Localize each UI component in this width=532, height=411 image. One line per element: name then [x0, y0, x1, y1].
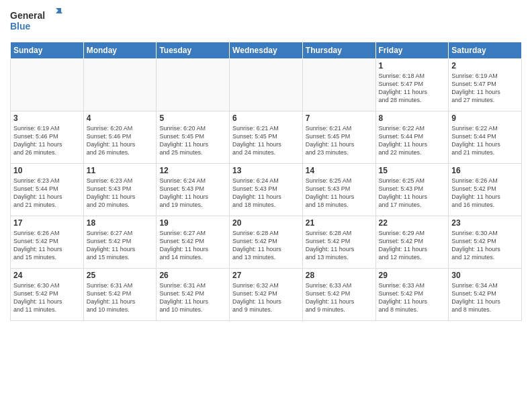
- day-number: 18: [87, 218, 154, 228]
- col-header-friday: Friday: [375, 42, 449, 59]
- svg-text:General: General: [10, 10, 45, 21]
- col-header-tuesday: Tuesday: [157, 42, 230, 59]
- day-detail: Sunrise: 6:25 AM Sunset: 5:43 PM Dayligh…: [306, 177, 373, 210]
- calendar-cell: 18Sunrise: 6:27 AM Sunset: 5:42 PM Dayli…: [83, 216, 157, 269]
- day-number: 20: [232, 218, 300, 228]
- calendar-cell: 6Sunrise: 6:21 AM Sunset: 5:45 PM Daylig…: [230, 111, 303, 164]
- calendar-table: SundayMondayTuesdayWednesdayThursdayFrid…: [10, 42, 522, 321]
- day-number: 10: [13, 166, 81, 175]
- day-number: 1: [379, 61, 446, 71]
- day-number: 11: [87, 166, 154, 175]
- day-detail: Sunrise: 6:20 AM Sunset: 5:45 PM Dayligh…: [159, 124, 226, 157]
- page-container: General Blue SundayMondayTuesdayWednesda…: [0, 0, 532, 328]
- header: General Blue: [10, 7, 522, 36]
- col-header-thursday: Thursday: [302, 42, 375, 59]
- calendar-cell: 2Sunrise: 6:19 AM Sunset: 5:47 PM Daylig…: [449, 59, 522, 111]
- day-detail: Sunrise: 6:32 AM Sunset: 5:42 PM Dayligh…: [232, 281, 300, 314]
- logo: General Blue: [10, 7, 64, 36]
- day-number: 6: [232, 113, 300, 123]
- day-number: 13: [232, 166, 300, 175]
- calendar-cell: 13Sunrise: 6:24 AM Sunset: 5:43 PM Dayli…: [230, 164, 303, 216]
- calendar-cell: 3Sunrise: 6:19 AM Sunset: 5:46 PM Daylig…: [11, 111, 84, 164]
- day-number: 21: [306, 218, 373, 228]
- day-detail: Sunrise: 6:26 AM Sunset: 5:42 PM Dayligh…: [451, 177, 519, 210]
- calendar-cell: 23Sunrise: 6:30 AM Sunset: 5:42 PM Dayli…: [449, 216, 522, 269]
- day-detail: Sunrise: 6:22 AM Sunset: 5:44 PM Dayligh…: [379, 124, 446, 157]
- calendar-cell: 21Sunrise: 6:28 AM Sunset: 5:42 PM Dayli…: [302, 216, 375, 269]
- day-detail: Sunrise: 6:18 AM Sunset: 5:47 PM Dayligh…: [379, 72, 446, 105]
- calendar-cell: [302, 59, 375, 111]
- day-detail: Sunrise: 6:26 AM Sunset: 5:42 PM Dayligh…: [13, 229, 81, 262]
- col-header-monday: Monday: [83, 42, 157, 59]
- day-detail: Sunrise: 6:31 AM Sunset: 5:42 PM Dayligh…: [87, 281, 154, 314]
- day-detail: Sunrise: 6:21 AM Sunset: 5:45 PM Dayligh…: [306, 124, 373, 157]
- day-detail: Sunrise: 6:28 AM Sunset: 5:42 PM Dayligh…: [306, 229, 373, 262]
- calendar-week-row: 17Sunrise: 6:26 AM Sunset: 5:42 PM Dayli…: [11, 216, 522, 269]
- calendar-cell: [230, 59, 303, 111]
- day-number: 7: [306, 113, 373, 123]
- calendar-cell: 20Sunrise: 6:28 AM Sunset: 5:42 PM Dayli…: [230, 216, 303, 269]
- day-detail: Sunrise: 6:19 AM Sunset: 5:47 PM Dayligh…: [451, 72, 519, 105]
- day-number: 15: [379, 166, 446, 175]
- day-number: 22: [379, 218, 446, 228]
- day-number: 14: [306, 166, 373, 175]
- day-number: 5: [159, 113, 226, 123]
- day-number: 4: [87, 113, 154, 123]
- calendar-cell: 8Sunrise: 6:22 AM Sunset: 5:44 PM Daylig…: [375, 111, 449, 164]
- day-number: 17: [13, 218, 81, 228]
- col-header-saturday: Saturday: [449, 42, 522, 59]
- calendar-cell: 15Sunrise: 6:25 AM Sunset: 5:43 PM Dayli…: [375, 164, 449, 216]
- day-number: 12: [159, 166, 226, 175]
- col-header-sunday: Sunday: [11, 42, 84, 59]
- calendar-cell: 30Sunrise: 6:34 AM Sunset: 5:42 PM Dayli…: [449, 269, 522, 321]
- calendar-week-row: 3Sunrise: 6:19 AM Sunset: 5:46 PM Daylig…: [11, 111, 522, 164]
- day-detail: Sunrise: 6:19 AM Sunset: 5:46 PM Dayligh…: [13, 124, 81, 157]
- calendar-cell: 16Sunrise: 6:26 AM Sunset: 5:42 PM Dayli…: [449, 164, 522, 216]
- day-detail: Sunrise: 6:31 AM Sunset: 5:42 PM Dayligh…: [159, 281, 226, 314]
- calendar-cell: 10Sunrise: 6:23 AM Sunset: 5:44 PM Dayli…: [11, 164, 84, 216]
- calendar-cell: [11, 59, 84, 111]
- day-number: 25: [87, 271, 154, 280]
- calendar-cell: [157, 59, 230, 111]
- day-number: 3: [13, 113, 81, 123]
- calendar-cell: 9Sunrise: 6:22 AM Sunset: 5:44 PM Daylig…: [449, 111, 522, 164]
- day-number: 9: [451, 113, 519, 123]
- calendar-cell: 29Sunrise: 6:33 AM Sunset: 5:42 PM Dayli…: [375, 269, 449, 321]
- day-number: 29: [379, 271, 446, 280]
- day-detail: Sunrise: 6:25 AM Sunset: 5:43 PM Dayligh…: [379, 177, 446, 210]
- day-number: 16: [451, 166, 519, 175]
- calendar-cell: 11Sunrise: 6:23 AM Sunset: 5:43 PM Dayli…: [83, 164, 157, 216]
- day-detail: Sunrise: 6:33 AM Sunset: 5:42 PM Dayligh…: [306, 281, 373, 314]
- calendar-cell: 1Sunrise: 6:18 AM Sunset: 5:47 PM Daylig…: [375, 59, 449, 111]
- day-detail: Sunrise: 6:22 AM Sunset: 5:44 PM Dayligh…: [451, 124, 519, 157]
- day-detail: Sunrise: 6:29 AM Sunset: 5:42 PM Dayligh…: [379, 229, 446, 262]
- calendar-header-row: SundayMondayTuesdayWednesdayThursdayFrid…: [11, 42, 522, 59]
- day-detail: Sunrise: 6:24 AM Sunset: 5:43 PM Dayligh…: [232, 177, 300, 210]
- day-detail: Sunrise: 6:23 AM Sunset: 5:43 PM Dayligh…: [87, 177, 154, 210]
- day-detail: Sunrise: 6:28 AM Sunset: 5:42 PM Dayligh…: [232, 229, 300, 262]
- day-number: 8: [379, 113, 446, 123]
- calendar-cell: 12Sunrise: 6:24 AM Sunset: 5:43 PM Dayli…: [157, 164, 230, 216]
- day-detail: Sunrise: 6:24 AM Sunset: 5:43 PM Dayligh…: [159, 177, 226, 210]
- calendar-cell: [83, 59, 157, 111]
- day-detail: Sunrise: 6:30 AM Sunset: 5:42 PM Dayligh…: [451, 229, 519, 262]
- calendar-week-row: 1Sunrise: 6:18 AM Sunset: 5:47 PM Daylig…: [11, 59, 522, 111]
- day-detail: Sunrise: 6:33 AM Sunset: 5:42 PM Dayligh…: [379, 281, 446, 314]
- col-header-wednesday: Wednesday: [230, 42, 303, 59]
- day-detail: Sunrise: 6:27 AM Sunset: 5:42 PM Dayligh…: [159, 229, 226, 262]
- day-detail: Sunrise: 6:34 AM Sunset: 5:42 PM Dayligh…: [451, 281, 519, 314]
- logo-svg: General Blue: [10, 7, 64, 36]
- calendar-cell: 26Sunrise: 6:31 AM Sunset: 5:42 PM Dayli…: [157, 269, 230, 321]
- calendar-cell: 14Sunrise: 6:25 AM Sunset: 5:43 PM Dayli…: [302, 164, 375, 216]
- day-number: 24: [13, 271, 81, 280]
- day-detail: Sunrise: 6:27 AM Sunset: 5:42 PM Dayligh…: [87, 229, 154, 262]
- day-number: 26: [159, 271, 226, 280]
- day-number: 23: [451, 218, 519, 228]
- calendar-cell: 5Sunrise: 6:20 AM Sunset: 5:45 PM Daylig…: [157, 111, 230, 164]
- calendar-week-row: 10Sunrise: 6:23 AM Sunset: 5:44 PM Dayli…: [11, 164, 522, 216]
- calendar-cell: 4Sunrise: 6:20 AM Sunset: 5:46 PM Daylig…: [83, 111, 157, 164]
- svg-text:Blue: Blue: [10, 21, 31, 32]
- calendar-cell: 25Sunrise: 6:31 AM Sunset: 5:42 PM Dayli…: [83, 269, 157, 321]
- svg-marker-3: [56, 9, 62, 13]
- day-detail: Sunrise: 6:23 AM Sunset: 5:44 PM Dayligh…: [13, 177, 81, 210]
